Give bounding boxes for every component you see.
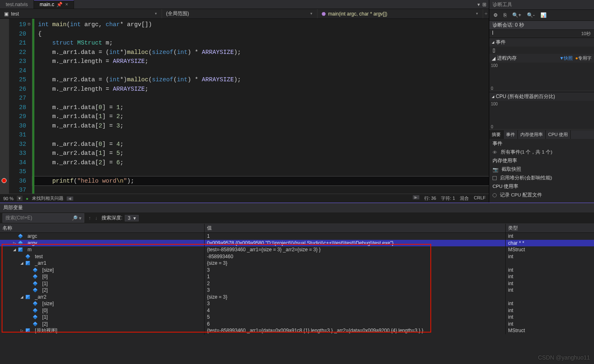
nav-function[interactable]: ⬣main(int argc, char * argv[])▼ xyxy=(317,9,483,18)
table-row[interactable]: [size]3int xyxy=(0,300,594,307)
table-row[interactable]: test-858993460int xyxy=(0,253,594,260)
code-line[interactable]: m._arr1.length = ARRAYSIZE; xyxy=(32,57,489,66)
window-icon[interactable]: ⊞ xyxy=(482,2,486,7)
tab-main-c[interactable]: main.c📌× xyxy=(34,0,74,9)
code-line[interactable] xyxy=(32,94,489,103)
code-line[interactable]: m._arr2.length = ARRAYSIZE; xyxy=(32,85,489,94)
code-line[interactable] xyxy=(32,167,489,176)
tab-events[interactable]: 事件 xyxy=(504,130,518,139)
tab-cpu[interactable]: CPU 使用 xyxy=(546,130,571,139)
var-value[interactable]: 3 xyxy=(205,300,506,307)
table-row[interactable]: [2]3int xyxy=(0,287,594,294)
var-value[interactable]: -858993460 xyxy=(205,253,506,260)
pin-icon[interactable]: 📌 xyxy=(56,2,63,7)
memory-section-header[interactable]: ◢进程内存 ▼快照●专用字 xyxy=(489,54,594,63)
code-line[interactable] xyxy=(32,130,489,140)
col-name[interactable]: 名称 xyxy=(0,224,205,232)
events-section-header[interactable]: ◢事件 xyxy=(489,38,594,47)
cpu-record-button[interactable]: 记录 CPU 配置文件 xyxy=(493,192,591,198)
code-line[interactable] xyxy=(32,66,489,76)
prev-result-icon[interactable]: ↑ xyxy=(88,215,91,221)
table-row[interactable]: ◢ m{test=-858993460 _arr1={size = 3} _ar… xyxy=(0,246,594,253)
code-line[interactable]: m._arr2.data[2] = 6; xyxy=(32,158,489,167)
expand-icon[interactable]: ◢ xyxy=(20,261,24,265)
mode-label[interactable]: 混合 xyxy=(460,195,469,201)
code-line[interactable]: m._arr1.data = (int*)malloc(sizeof(int) … xyxy=(32,48,489,57)
code-line[interactable]: m._arr1.data[2] = 3; xyxy=(32,121,489,131)
code-line[interactable]: printf("hello word\n"); xyxy=(32,176,489,186)
table-row[interactable]: [1]5int xyxy=(0,314,594,321)
heap-analysis-link[interactable]: 启用堆分析(会影响性能) xyxy=(493,175,591,181)
var-value[interactable]: 5 xyxy=(205,313,506,321)
var-value[interactable]: {test=-858993460 _arr1={data=0x009a91c8 … xyxy=(205,327,506,334)
table-row[interactable]: ◢ _arr1{size = 3} xyxy=(0,260,594,267)
code-line[interactable]: m._arr2.data[1] = 5; xyxy=(32,149,489,158)
table-row[interactable]: [0]4int xyxy=(0,307,594,314)
search-icon[interactable]: 🔎 ▾ xyxy=(72,215,81,221)
code-line[interactable]: { xyxy=(32,29,489,39)
scroll-left-icon[interactable]: ◀ xyxy=(67,197,73,201)
var-value[interactable]: {size = 3} xyxy=(205,259,506,267)
code-line[interactable]: m._arr1.data[1] = 2; xyxy=(32,112,489,121)
next-result-icon[interactable]: ↓ xyxy=(95,215,97,221)
gear-icon[interactable]: ⚙ xyxy=(493,12,498,18)
zoom-out-icon[interactable]: 🔍- xyxy=(527,12,535,18)
code-editor[interactable]: 19202122232425262728293031323334353637 ⊟… xyxy=(0,19,489,194)
code-line[interactable]: m._arr2.data = (int*)malloc(sizeof(int) … xyxy=(32,75,489,85)
var-value[interactable]: 6 xyxy=(205,320,506,328)
cpu-chart[interactable]: 1000 xyxy=(489,102,594,130)
var-value[interactable]: {test=-858993460 _arr1={size = 3} _arr2=… xyxy=(205,246,506,253)
table-row[interactable]: ▷ [原始视图]{test=-858993460 _arr1={data=0x0… xyxy=(0,327,594,334)
var-value[interactable]: 0x009a9578 {0x009a9580 "D:\\project\\Vis… xyxy=(205,239,506,247)
nav-scope[interactable]: (全局范围)▼ xyxy=(162,9,317,18)
breakpoint-icon[interactable] xyxy=(2,178,7,183)
eol-label[interactable]: CRLF xyxy=(474,195,486,201)
expand-icon[interactable]: ▷ xyxy=(12,241,16,245)
scroll-right-icon[interactable]: ▶ xyxy=(413,195,419,199)
expand-icon[interactable]: ◢ xyxy=(20,295,24,299)
nav-project[interactable]: ▣test▼ xyxy=(0,9,162,18)
table-row[interactable]: [1]2int xyxy=(0,280,594,287)
issues-label[interactable]: 未找到相关问题 xyxy=(32,195,63,201)
breakpoint-gutter[interactable] xyxy=(0,19,9,194)
code-line[interactable]: m._arr2.data[0] = 4; xyxy=(32,140,489,149)
var-value[interactable]: 1 xyxy=(205,232,506,240)
tab-memory[interactable]: 内存使用率 xyxy=(518,130,546,139)
var-value[interactable]: 1 xyxy=(205,273,506,280)
expand-icon[interactable]: ◢ xyxy=(12,248,16,252)
code-line[interactable]: ⊟int main(int argc, char* argv[]) xyxy=(32,20,489,29)
col-value[interactable]: 值 xyxy=(205,224,506,232)
col-type[interactable]: 类型 xyxy=(506,224,594,232)
dropdown-icon[interactable]: ▾ xyxy=(477,2,480,7)
table-row[interactable]: ◢ _arr2{size = 3} xyxy=(0,294,594,301)
code-body[interactable]: ⊟int main(int argc, char* argv[]){ struc… xyxy=(32,19,489,194)
table-row[interactable]: [0]1int xyxy=(0,273,594,280)
var-value[interactable]: {size = 3} xyxy=(205,293,506,301)
zoom-level[interactable]: 90 % xyxy=(3,196,14,201)
locals-grid[interactable]: 名称 值 类型 argc1int▷ argv0x009a9578 {0x009a… xyxy=(0,224,594,364)
expand-icon[interactable]: ▷ xyxy=(20,328,24,333)
table-row[interactable]: ▷ argv0x009a9578 {0x009a9580 "D:\\projec… xyxy=(0,240,594,247)
memory-chart[interactable]: 1000 xyxy=(489,63,594,91)
tab-summary[interactable]: 摘要 xyxy=(489,130,504,139)
tab-natvis[interactable]: test.natvis xyxy=(0,0,34,9)
table-row[interactable]: [size]3int xyxy=(0,267,594,274)
cpu-section-header[interactable]: ◢CPU (所有处理器的百分比) xyxy=(489,92,594,101)
snapshot-button[interactable]: 📷截取快照 xyxy=(493,166,591,172)
code-line[interactable]: m._arr1.data[0] = 1; xyxy=(32,103,489,112)
var-value[interactable]: 3 xyxy=(205,286,506,294)
ruler-icon[interactable]: 📊 xyxy=(540,12,547,18)
code-line[interactable]: struct MStruct m; xyxy=(32,38,489,48)
split-icon[interactable]: ÷ xyxy=(483,11,489,17)
code-line[interactable] xyxy=(32,185,489,194)
all-events-link[interactable]: 👁所有事件(1 个，共 1 个) xyxy=(493,149,591,155)
export-icon[interactable]: ⎘ xyxy=(504,12,506,18)
depth-select[interactable]: 3 ▾ xyxy=(125,215,138,221)
zoom-in-icon[interactable]: 🔍+ xyxy=(512,12,521,18)
zoom-dropdown-icon[interactable]: ▾ xyxy=(17,196,22,201)
table-row[interactable]: argc1int xyxy=(0,233,594,240)
var-value[interactable]: 2 xyxy=(205,280,506,287)
var-value[interactable]: 4 xyxy=(205,307,506,314)
var-value[interactable]: 3 xyxy=(205,266,506,274)
close-icon[interactable]: × xyxy=(65,2,68,7)
